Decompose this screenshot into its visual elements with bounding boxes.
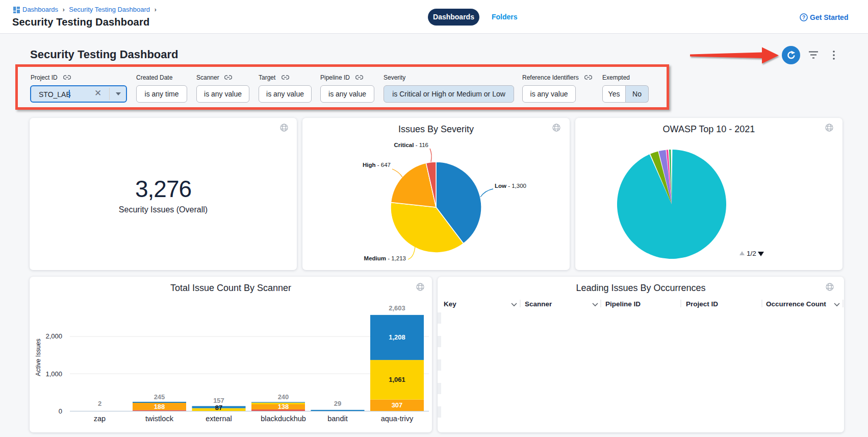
svg-text:245: 245: [154, 393, 165, 401]
svg-text:?: ?: [802, 15, 805, 20]
svg-text:Key: Key: [444, 300, 456, 308]
svg-text:87: 87: [215, 404, 222, 411]
svg-text:Occurrence Count: Occurrence Count: [766, 300, 826, 308]
svg-text:307: 307: [392, 401, 403, 409]
svg-text:2,603: 2,603: [389, 304, 405, 312]
svg-text:Low - 1,300: Low - 1,300: [495, 183, 526, 189]
svg-text:240: 240: [278, 393, 289, 401]
svg-text:1,208: 1,208: [389, 333, 405, 341]
svg-text:29: 29: [334, 400, 341, 407]
svg-text:138: 138: [278, 403, 289, 410]
svg-text:Scanner: Scanner: [525, 300, 552, 308]
svg-text:Critical - 116: Critical - 116: [394, 142, 428, 148]
svg-text:external: external: [206, 415, 232, 423]
svg-text:1/2: 1/2: [747, 250, 756, 257]
svg-text:High - 647: High - 647: [363, 162, 391, 168]
svg-text:0: 0: [59, 407, 62, 415]
svg-text:1,061: 1,061: [389, 376, 405, 383]
svg-text:2,000: 2,000: [45, 332, 62, 340]
svg-text:blackduckhub: blackduckhub: [261, 415, 306, 423]
svg-text:Active Issues: Active Issues: [35, 338, 42, 376]
svg-text:twistlock: twistlock: [145, 415, 174, 423]
svg-text:188: 188: [154, 403, 165, 410]
svg-text:bandit: bandit: [327, 415, 348, 423]
svg-text:zap: zap: [94, 415, 106, 423]
svg-text:aqua-trivy: aqua-trivy: [381, 415, 414, 423]
svg-text:Project ID: Project ID: [686, 300, 718, 308]
svg-text:Medium - 1,213: Medium - 1,213: [364, 255, 406, 261]
svg-text:2: 2: [98, 400, 101, 407]
svg-text:157: 157: [213, 397, 224, 404]
svg-text:Pipeline ID: Pipeline ID: [605, 300, 641, 308]
svg-text:1,000: 1,000: [45, 370, 62, 378]
